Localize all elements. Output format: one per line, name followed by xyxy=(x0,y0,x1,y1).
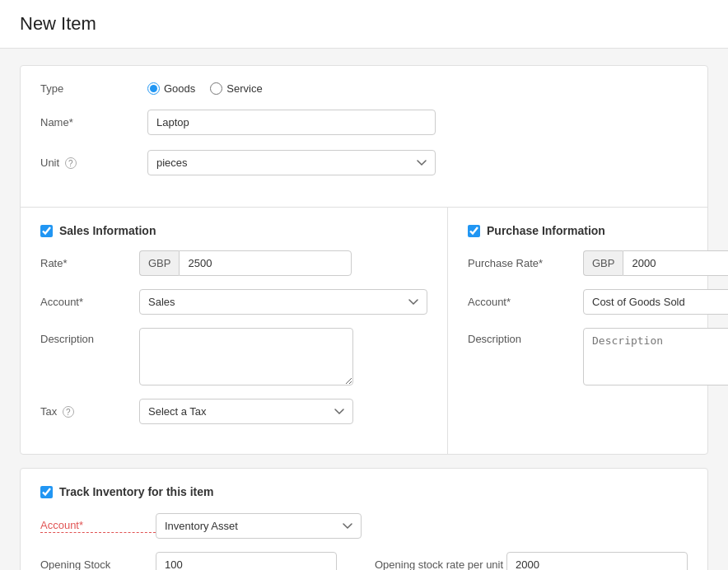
purchase-section-header: Purchase Information xyxy=(468,224,728,237)
sales-account-select[interactable]: Sales Income xyxy=(139,289,427,315)
inventory-stock-grid: Opening Stock Opening stock rate per uni… xyxy=(40,552,688,570)
sales-account-label: Account* xyxy=(40,296,139,308)
purchase-account-row: Account* Cost of Goods Sold Purchases xyxy=(468,289,728,315)
sales-description-input[interactable] xyxy=(139,328,353,385)
opening-stock-rate-input[interactable] xyxy=(506,552,688,570)
purchase-rate-row: Purchase Rate* GBP xyxy=(468,250,728,276)
inventory-account-label: Account* xyxy=(40,519,156,533)
inventory-section: Track Inventory for this item Account* I… xyxy=(20,468,708,570)
inventory-account-row: Account* Inventory Asset Current Assets xyxy=(40,513,688,539)
unit-label-text: Unit xyxy=(40,157,59,169)
main-content: Type Goods Service Name* xyxy=(0,49,728,570)
purchase-description-input[interactable] xyxy=(583,328,728,385)
type-service-label: Service xyxy=(226,82,262,95)
basic-info-form: Type Goods Service Name* xyxy=(21,66,707,207)
inventory-stock-col: Opening Stock xyxy=(40,552,342,570)
name-input[interactable] xyxy=(147,110,436,135)
purchase-rate-label: Purchase Rate* xyxy=(468,257,583,269)
name-row: Name* xyxy=(40,110,688,135)
sales-tax-row: Tax ? Select a Tax xyxy=(40,399,427,424)
type-service-radio[interactable] xyxy=(210,82,222,95)
unit-row: Unit ? pieces kg liters xyxy=(40,150,688,175)
inventory-title: Track Inventory for this item xyxy=(59,485,214,498)
unit-help-icon: ? xyxy=(65,157,77,169)
type-label: Type xyxy=(40,82,147,95)
sales-currency-badge: GBP xyxy=(139,250,179,276)
opening-stock-rate-label: Opening stock rate per unit xyxy=(375,558,506,570)
name-label: Name* xyxy=(40,116,147,128)
sales-rate-label: Rate* xyxy=(40,257,139,269)
purchase-account-label: Account* xyxy=(468,296,583,308)
inventory-account-select[interactable]: Inventory Asset Current Assets xyxy=(156,513,362,539)
sales-checkbox[interactable] xyxy=(40,225,53,237)
name-label-text: Name* xyxy=(40,116,73,128)
page-header: New Item xyxy=(0,0,728,49)
type-goods-label: Goods xyxy=(164,82,195,95)
purchase-checkbox[interactable] xyxy=(468,225,480,237)
unit-label: Unit ? xyxy=(40,157,147,169)
sales-description-label: Description xyxy=(40,328,139,345)
inventory-rate-col: Opening stock rate per unit xyxy=(375,552,688,570)
sales-rate-input[interactable] xyxy=(179,250,352,276)
sales-info-col: Sales Information Rate* GBP Account* xyxy=(21,208,447,454)
opening-stock-input[interactable] xyxy=(156,552,337,570)
page-title: New Item xyxy=(20,13,708,35)
sales-title: Sales Information xyxy=(59,224,156,237)
sales-rate-group: GBP xyxy=(139,250,352,276)
purchase-title: Purchase Information xyxy=(487,224,605,237)
type-row: Type Goods Service xyxy=(40,82,688,95)
purchase-account-select[interactable]: Cost of Goods Sold Purchases xyxy=(583,289,728,315)
purchase-description-label: Description xyxy=(468,328,583,345)
sales-description-row: Description xyxy=(40,328,427,385)
sales-section-header: Sales Information xyxy=(40,224,427,237)
type-radio-group: Goods Service xyxy=(147,82,263,95)
tax-help-icon: ? xyxy=(63,406,74,418)
inventory-header: Track Inventory for this item xyxy=(40,485,688,498)
purchase-currency-badge: GBP xyxy=(583,250,623,276)
inventory-checkbox[interactable] xyxy=(40,486,53,498)
basic-info-section: Type Goods Service Name* xyxy=(20,65,708,455)
sales-rate-row: Rate* GBP xyxy=(40,250,427,276)
opening-stock-label: Opening Stock xyxy=(40,558,156,570)
type-goods-radio[interactable] xyxy=(147,82,160,95)
unit-select[interactable]: pieces kg liters xyxy=(147,150,436,175)
type-goods-option[interactable]: Goods xyxy=(147,82,195,95)
opening-stock-rate-row: Opening stock rate per unit xyxy=(375,552,688,570)
sales-tax-select[interactable]: Select a Tax xyxy=(139,399,353,424)
sales-purchase-wrapper: Sales Information Rate* GBP Account* xyxy=(21,208,707,454)
purchase-rate-input[interactable] xyxy=(623,250,728,276)
type-service-option[interactable]: Service xyxy=(210,82,262,95)
sales-tax-label: Tax ? xyxy=(40,405,139,418)
purchase-rate-group: GBP xyxy=(583,250,728,276)
purchase-description-row: Description xyxy=(468,328,728,385)
purchase-info-col: Purchase Information Purchase Rate* GBP xyxy=(447,208,728,454)
opening-stock-row: Opening Stock xyxy=(40,552,342,570)
sales-account-row: Account* Sales Income xyxy=(40,289,427,315)
